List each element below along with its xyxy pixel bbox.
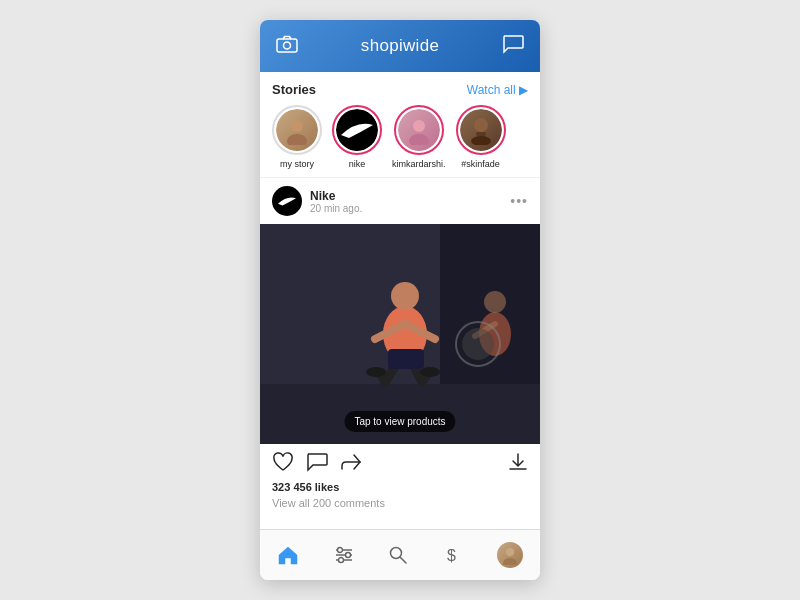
bottom-nav: $ bbox=[260, 529, 540, 580]
story-avatar-skinfade bbox=[456, 105, 506, 155]
post-user-info: Nike 20 min ago. bbox=[310, 189, 362, 214]
stories-list: my story nike bbox=[260, 105, 540, 169]
svg-point-29 bbox=[462, 328, 494, 360]
svg-point-35 bbox=[338, 558, 343, 563]
svg-point-1 bbox=[284, 42, 291, 49]
svg-rect-24 bbox=[388, 349, 424, 369]
like-button[interactable] bbox=[272, 452, 294, 477]
post-actions-left bbox=[272, 452, 362, 477]
story-item-nike[interactable]: nike bbox=[332, 105, 382, 169]
svg-point-5 bbox=[409, 134, 429, 145]
story-item-mystory[interactable]: my story bbox=[272, 105, 322, 169]
story-label-skinfade: #skinfade bbox=[461, 159, 500, 169]
svg-point-34 bbox=[345, 553, 350, 558]
avatar-kim-img bbox=[398, 109, 440, 151]
app-title: shopiwide bbox=[361, 36, 439, 56]
post-username: Nike bbox=[310, 189, 362, 203]
nav-profile[interactable] bbox=[489, 538, 531, 572]
svg-point-15 bbox=[391, 282, 419, 310]
svg-point-4 bbox=[413, 120, 425, 132]
svg-rect-7 bbox=[476, 132, 486, 136]
svg-point-6 bbox=[474, 118, 488, 132]
post-likes: 323 456 likes bbox=[260, 481, 540, 497]
message-icon[interactable] bbox=[502, 34, 524, 59]
story-item-skinfade[interactable]: #skinfade bbox=[456, 105, 506, 169]
nav-profile-avatar bbox=[497, 542, 523, 568]
svg-text:$: $ bbox=[447, 547, 456, 564]
story-label-kim: kimkardarshi. bbox=[392, 159, 446, 169]
post-avatar[interactable] bbox=[272, 186, 302, 216]
svg-point-22 bbox=[366, 367, 386, 377]
stories-header: Stories Watch all ▶ bbox=[260, 82, 540, 105]
camera-icon[interactable] bbox=[276, 35, 298, 58]
avatar-nike-img bbox=[336, 109, 378, 151]
svg-point-23 bbox=[420, 367, 440, 377]
save-button[interactable] bbox=[508, 452, 528, 477]
svg-rect-0 bbox=[277, 39, 297, 52]
story-avatar-nike bbox=[332, 105, 382, 155]
story-label-mystory: my story bbox=[280, 159, 314, 169]
story-label-nike: nike bbox=[349, 159, 366, 169]
svg-point-40 bbox=[503, 558, 517, 565]
svg-point-8 bbox=[471, 136, 491, 145]
nav-home[interactable] bbox=[269, 541, 307, 569]
story-avatar-mystory bbox=[272, 105, 322, 155]
header: shopiwide bbox=[260, 20, 540, 72]
post-actions bbox=[260, 444, 540, 481]
story-avatar-kim bbox=[394, 105, 444, 155]
stories-title: Stories bbox=[272, 82, 316, 97]
post-time: 20 min ago. bbox=[310, 203, 362, 214]
svg-point-3 bbox=[287, 134, 307, 145]
svg-point-26 bbox=[484, 291, 506, 313]
post-image: Tap to view products bbox=[260, 224, 540, 444]
avatar-skinfade-img bbox=[460, 109, 502, 151]
share-button[interactable] bbox=[340, 452, 362, 477]
svg-point-33 bbox=[337, 548, 342, 553]
post: Nike 20 min ago. ••• bbox=[260, 178, 540, 529]
post-comments-link[interactable]: View all 200 comments bbox=[260, 497, 540, 517]
comment-button[interactable] bbox=[306, 452, 328, 477]
nav-search[interactable] bbox=[380, 541, 416, 569]
phone-container: shopiwide Stories Watch all ▶ bbox=[260, 20, 540, 580]
story-item-kim[interactable]: kimkardarshi. bbox=[392, 105, 446, 169]
svg-line-37 bbox=[400, 557, 406, 563]
post-header: Nike 20 min ago. ••• bbox=[260, 178, 540, 224]
avatar-mystory-img bbox=[276, 109, 318, 151]
stories-section: Stories Watch all ▶ my story bbox=[260, 72, 540, 178]
nav-filter[interactable] bbox=[326, 541, 362, 569]
nav-dollar[interactable]: $ bbox=[434, 541, 470, 569]
post-user: Nike 20 min ago. bbox=[272, 186, 362, 216]
svg-point-2 bbox=[291, 120, 303, 132]
post-more-button[interactable]: ••• bbox=[510, 193, 528, 209]
watch-all-button[interactable]: Watch all ▶ bbox=[467, 83, 528, 97]
svg-point-39 bbox=[506, 548, 514, 556]
tap-to-view-button[interactable]: Tap to view products bbox=[344, 411, 455, 432]
